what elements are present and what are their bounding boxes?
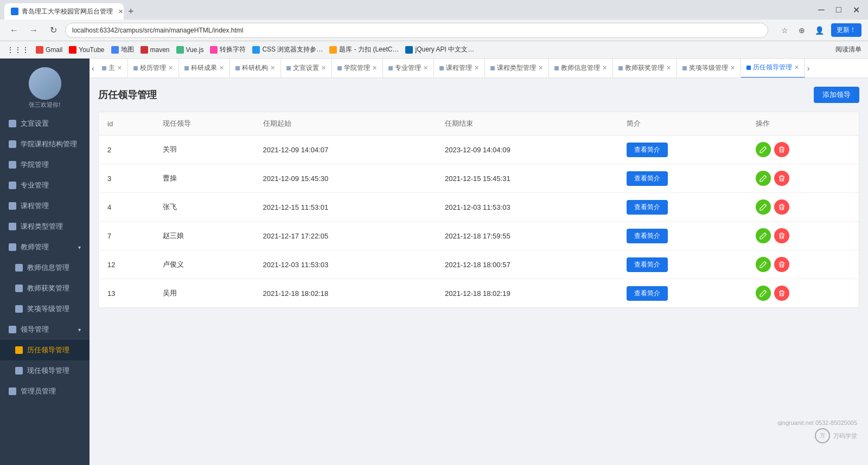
tab-close-btn[interactable]: ✕	[118, 8, 123, 15]
tab-scroll-right[interactable]: ›	[805, 59, 812, 78]
edit-button[interactable]	[756, 171, 771, 186]
sidebar-item-leader[interactable]: 领导管理 ▾	[0, 319, 90, 340]
tab-course-close[interactable]: ✕	[474, 64, 479, 72]
delete-button[interactable]	[774, 257, 789, 272]
sidebar-item-zhuanye[interactable]: 专业管理	[0, 175, 90, 196]
sidebar-item-history-leader[interactable]: 历任领导管理	[0, 340, 90, 360]
tab-home-close[interactable]: ✕	[117, 64, 122, 72]
tab-sq-icon	[235, 66, 240, 70]
delete-button[interactable]	[774, 228, 789, 243]
delete-button[interactable]	[774, 171, 789, 186]
bookmark-maps[interactable]: 地图	[111, 45, 134, 54]
sidebar-item-xueyuan[interactable]: 学院管理	[0, 154, 90, 175]
bookmark-youtube[interactable]: YouTube	[69, 46, 104, 54]
sidebar-item-kecheng-type[interactable]: 课程类型管理	[0, 216, 90, 237]
tab-research-close[interactable]: ✕	[219, 64, 224, 72]
cell-end: 2021-12-15 15:45:31	[436, 164, 618, 193]
new-tab-button[interactable]: +	[124, 3, 138, 20]
tab-coursetype-close[interactable]: ✕	[538, 64, 543, 72]
content-tab-award-level[interactable]: 奖项等级管理 ✕	[677, 59, 741, 78]
bookmark-reading-list[interactable]: 阅读清单	[835, 45, 861, 54]
content-tab-coursetype[interactable]: 课程类型管理 ✕	[485, 59, 549, 78]
bookmark-apps[interactable]: ⋮⋮⋮	[7, 46, 29, 54]
sidebar-item-xueyuan-jiegou[interactable]: 学院课程结构管理	[0, 134, 90, 154]
sidebar-item-award-level[interactable]: 奖项等级管理	[0, 299, 90, 319]
delete-button[interactable]	[774, 199, 789, 215]
bookmark-maven[interactable]: maven	[141, 46, 170, 54]
bookmark-gmail[interactable]: Gmail	[36, 46, 62, 54]
table-row: 13 吴用 2021-12-18 18:02:18 2021-12-18 18:…	[99, 279, 859, 308]
content-tab-college[interactable]: 学院管理 ✕	[332, 59, 383, 78]
content-tab-wenxuan[interactable]: 文宣设置 ✕	[281, 59, 332, 78]
bookmark-star-button[interactable]: ☆	[777, 23, 792, 38]
refresh-button[interactable]: ↻	[46, 23, 61, 38]
edit-button[interactable]	[756, 286, 771, 301]
minimize-button[interactable]: ─	[814, 2, 829, 17]
edit-button[interactable]	[756, 257, 771, 272]
add-leader-button[interactable]: 添加领导	[814, 87, 859, 103]
content-tab-teacher-info[interactable]: 教师信息管理 ✕	[549, 59, 613, 78]
bookmark-jquery[interactable]: jQuery API 中文文…	[405, 45, 474, 54]
tab-teacher-award-close[interactable]: ✕	[666, 64, 671, 72]
tab-college-close[interactable]: ✕	[372, 64, 377, 72]
tab-calendar-close[interactable]: ✕	[168, 64, 173, 72]
current-leader-icon	[15, 367, 23, 374]
bookmark-leetcode[interactable]: 题库 - 力扣 (LeetC…	[329, 45, 399, 54]
bookmark-vuejs[interactable]: Vue.js	[176, 46, 204, 54]
sidebar-item-wenxuan[interactable]: 文宣设置	[0, 113, 90, 134]
cell-end: 2021-12-18 17:59:55	[436, 222, 618, 250]
content-tab-major[interactable]: 专业管理 ✕	[383, 59, 434, 78]
sidebar-item-admin[interactable]: 管理员管理	[0, 381, 90, 402]
tab-major-close[interactable]: ✕	[423, 64, 428, 72]
tab-history-leader-close[interactable]: ✕	[794, 64, 799, 71]
forward-button[interactable]: →	[26, 23, 41, 38]
view-intro-button[interactable]: 查看简介	[627, 229, 668, 243]
delete-button[interactable]	[774, 142, 789, 157]
tab-award-level-close[interactable]: ✕	[730, 64, 735, 72]
sidebar-item-teacher-award[interactable]: 教师获奖管理	[0, 278, 90, 299]
delete-button[interactable]	[774, 286, 789, 301]
view-intro-button[interactable]: 查看简介	[627, 200, 668, 215]
edit-button[interactable]	[756, 228, 771, 243]
tab-sq-icon	[439, 66, 444, 70]
content-tab-research[interactable]: 科研成果 ✕	[179, 59, 230, 78]
edit-button[interactable]	[756, 142, 771, 157]
view-intro-button[interactable]: 查看简介	[627, 143, 668, 157]
maximize-button[interactable]: □	[831, 2, 846, 17]
content-tab-home[interactable]: 主 ✕	[97, 59, 128, 78]
sidebar-item-teacher[interactable]: 教师管理 ▾	[0, 237, 90, 257]
content-tab-research-org[interactable]: 科研机构 ✕	[230, 59, 281, 78]
view-intro-button[interactable]: 查看简介	[627, 171, 668, 186]
close-button[interactable]: ✕	[848, 2, 864, 17]
toolbar-icons: ☆ ⊕ 👤	[777, 23, 827, 38]
sidebar-item-kecheng[interactable]: 课程管理	[0, 196, 90, 216]
content-tab-calendar[interactable]: 校历管理 ✕	[128, 59, 179, 78]
extension-button[interactable]: ⊕	[794, 23, 809, 38]
cell-id: 7	[99, 222, 154, 250]
youtube-icon	[69, 46, 76, 54]
edit-button[interactable]	[756, 199, 771, 215]
bookmark-convert[interactable]: 转换字符	[210, 45, 246, 54]
view-intro-button[interactable]: 查看简介	[627, 257, 668, 272]
table-header-row: id 现任领导 任期起始 任期结束 简介 操作	[99, 112, 859, 135]
sidebar-item-current-leader[interactable]: 现任领导管理	[0, 360, 90, 381]
address-bar[interactable]: localhost:63342/campus/src/main/manageHT…	[65, 23, 768, 38]
update-button[interactable]: 更新！	[831, 23, 861, 37]
tab-research-org-close[interactable]: ✕	[270, 64, 275, 72]
content-tab-course[interactable]: 课程管理 ✕	[434, 59, 485, 78]
content-tab-history-leader[interactable]: 历任领导管理 ✕	[741, 59, 805, 78]
bookmark-css[interactable]: CSS 浏览器支持参…	[252, 45, 323, 54]
cell-id: 3	[99, 164, 154, 193]
content-tab-teacher-award[interactable]: 教师获奖管理 ✕	[613, 59, 677, 78]
tab-scroll-left[interactable]: ‹	[90, 59, 97, 78]
action-buttons	[756, 142, 850, 157]
maps-icon	[111, 46, 119, 54]
tab-wenxuan-close[interactable]: ✕	[321, 64, 326, 72]
cell-start: 2021-12-15 11:53:01	[254, 193, 436, 222]
browser-tab-active[interactable]: 青岛理工大学校园官网后台管理 ✕	[4, 3, 124, 20]
profile-button[interactable]: 👤	[812, 23, 827, 38]
tab-teacher-info-close[interactable]: ✕	[602, 64, 607, 72]
back-button[interactable]: ←	[7, 23, 22, 38]
view-intro-button[interactable]: 查看简介	[627, 286, 668, 301]
sidebar-item-teacher-info[interactable]: 教师信息管理	[0, 257, 90, 278]
